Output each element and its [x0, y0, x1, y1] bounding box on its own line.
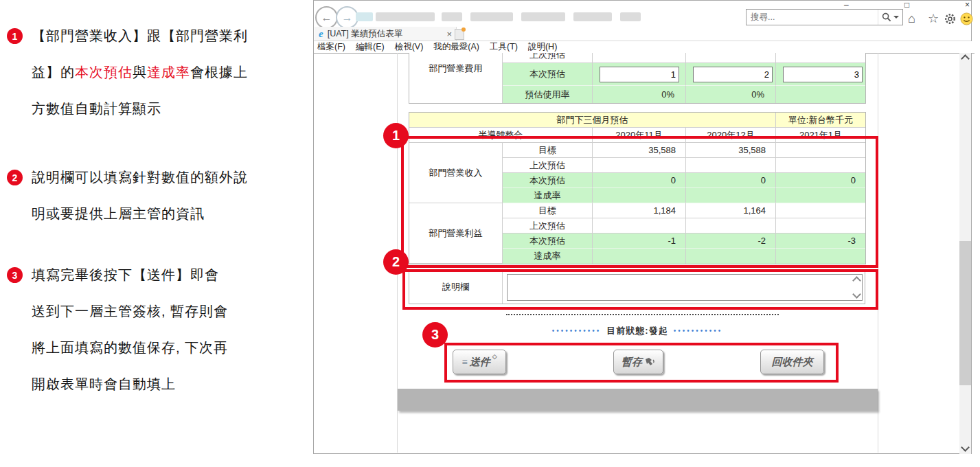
expense-table: 部門營業費用 上次預估 本次預估 預估使用率 0% 0%	[409, 53, 866, 104]
expense-row-current-label: 本次預估	[503, 63, 593, 86]
browser-window: – □ × ← → ⌂ ☆	[313, 0, 972, 454]
note-seg: 益】的	[32, 65, 75, 80]
scrollbar-down-button[interactable]	[959, 442, 971, 454]
value-cell	[593, 53, 686, 63]
note-line: 送到下一層主管簽核, 暫存則會	[32, 293, 228, 330]
annotation-rect-3	[444, 343, 839, 383]
menu-file[interactable]: 檔案(F)	[317, 41, 345, 53]
expense-row-prev-label: 上次預估	[503, 53, 593, 63]
note-seg: 會根據上	[190, 65, 248, 80]
address-blur-segment	[356, 12, 373, 21]
usage-value-cell	[776, 86, 865, 103]
note-badge-3: 3	[7, 267, 23, 283]
note-line: 益】的本次預估與達成率會根據上	[32, 54, 248, 91]
note-line: 方數值自動計算顯示	[32, 91, 248, 127]
note-item-3: 3 填寫完畢後按下【送件】即會 送到下一層主管簽核, 暫存則會 將上面填寫的數值…	[7, 257, 228, 402]
input-cell	[593, 63, 686, 86]
address-blur-segment	[442, 12, 462, 21]
value-cell	[686, 53, 776, 63]
smiley-feedback-icon[interactable]	[960, 12, 973, 25]
annotation-rect-1	[401, 136, 878, 268]
chevron-up-icon	[961, 54, 970, 63]
new-tab-dot	[461, 27, 466, 32]
note-seg-highlight: 達成率	[147, 65, 190, 80]
address-blur-segment	[470, 12, 513, 21]
note-line: 明或要提供上層主管的資訊	[32, 196, 248, 232]
address-blur-segment	[573, 12, 612, 21]
tab-bar: e [UAT] 業績預估表單 ×	[314, 27, 971, 41]
status-text: 目前狀態:發起	[606, 325, 668, 337]
usage-value-cell: 0%	[686, 86, 776, 103]
forward-icon: →	[342, 12, 353, 24]
tab-title: [UAT] 業績預估表單	[328, 28, 443, 40]
back-button[interactable]: ←	[315, 6, 338, 29]
annotation-circle-3: 3	[422, 322, 448, 348]
menu-bar: 檔案(F) 編輯(E) 檢視(V) 我的最愛(A) 工具(T) 說明(H)	[314, 41, 975, 54]
annotation-circle-1: 1	[383, 123, 409, 148]
menu-tools[interactable]: 工具(T)	[490, 41, 518, 53]
menu-favorites[interactable]: 我的最愛(A)	[433, 41, 479, 53]
menu-edit[interactable]: 編輯(E)	[356, 41, 385, 53]
note-item-1: 1 【部門營業收入】跟【部門營業利 益】的本次預估與達成率會根據上 方數值自動計…	[7, 18, 248, 127]
search-input[interactable]	[747, 12, 878, 22]
estimate-input-month1[interactable]	[600, 67, 679, 82]
search-box	[746, 9, 903, 25]
note-line: 填寫完畢後按下【送件】即會	[32, 257, 228, 293]
note-badge-2: 2	[7, 170, 23, 185]
back-icon: ←	[321, 12, 332, 24]
note-text-3: 填寫完畢後按下【送件】即會 送到下一層主管簽核, 暫存則會 將上面填寫的數值保存…	[32, 257, 228, 402]
estimate-input-month2[interactable]	[693, 67, 773, 82]
address-blur-segment	[620, 12, 641, 21]
status-row: ••••••••••• 目前狀態:發起 •••••••••••	[397, 324, 878, 338]
scrollbar-thumb[interactable]	[959, 241, 971, 385]
menu-view[interactable]: 檢視(V)	[395, 41, 424, 53]
expense-row-usage-label: 預估使用率	[503, 86, 593, 103]
note-item-2: 2 說明欄可以填寫針對數值的額外說 明或要提供上層主管的資訊	[7, 159, 248, 232]
dotted-separator	[506, 314, 779, 315]
note-line: 【部門營業收入】跟【部門營業利	[32, 18, 248, 54]
new-tab-button[interactable]	[455, 29, 464, 40]
status-dots-right: •••••••••••	[674, 328, 723, 334]
scrollbar-up-button[interactable]	[959, 53, 971, 65]
annotation-rect-2	[402, 269, 878, 310]
input-cell	[686, 63, 776, 86]
note-text-2: 說明欄可以填寫針對數值的額外說 明或要提供上層主管的資訊	[32, 159, 248, 232]
note-seg: 與	[133, 65, 147, 80]
note-badge-1: 1	[7, 28, 23, 44]
value-cell	[776, 53, 865, 63]
maximize-button[interactable]: □	[904, 1, 909, 9]
tab-performance-form[interactable]: e [UAT] 業績預估表單 ×	[315, 27, 457, 41]
star-favorites-icon[interactable]: ☆	[928, 12, 939, 25]
note-line: 開啟表單時會自動填上	[32, 366, 228, 402]
note-line: 將上面填寫的數值保存, 下次再	[32, 330, 228, 366]
home-icon[interactable]: ⌂	[908, 12, 915, 25]
input-cell	[776, 63, 865, 86]
search-tools	[878, 10, 902, 25]
tab-close-icon[interactable]: ×	[446, 29, 452, 39]
minimize-button[interactable]: –	[844, 1, 849, 9]
status-dots-left: •••••••••••	[552, 328, 602, 334]
address-blur-segment	[521, 12, 565, 21]
gear-settings-icon[interactable]	[944, 12, 957, 25]
footer-bar	[398, 389, 878, 411]
ie-logo-icon: e	[319, 28, 323, 40]
search-icon[interactable]	[882, 12, 891, 22]
forecast-title-cell: 部門下三個月預估	[409, 113, 776, 128]
expense-group-label: 部門營業費用	[409, 53, 503, 103]
usage-value-cell: 0%	[593, 86, 686, 103]
menu-help[interactable]: 說明(H)	[528, 41, 557, 53]
search-dropdown-icon[interactable]	[893, 15, 899, 19]
note-text-1: 【部門營業收入】跟【部門營業利 益】的本次預估與達成率會根據上 方數值自動計算顯…	[32, 18, 248, 127]
note-seg-highlight: 本次預估	[75, 65, 133, 80]
note-line: 說明欄可以填寫針對數值的額外說	[32, 159, 248, 196]
forecast-unit-cell: 單位:新台幣千元	[776, 113, 865, 128]
annotation-circle-2: 2	[383, 249, 409, 275]
vertical-scrollbar[interactable]	[959, 53, 971, 454]
close-button[interactable]: ×	[965, 1, 970, 9]
estimate-input-month3[interactable]	[783, 67, 863, 82]
chevron-down-icon	[961, 443, 970, 452]
address-blur-segment	[376, 12, 435, 21]
clipped-label: 上次預估	[529, 53, 565, 62]
